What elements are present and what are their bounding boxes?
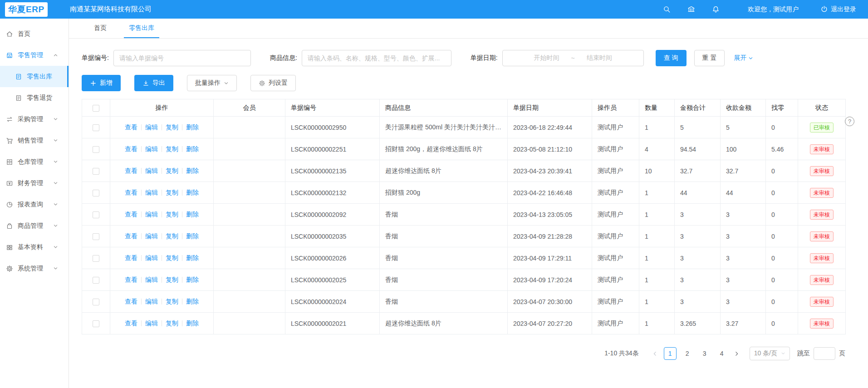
row-checkbox[interactable]: [93, 146, 99, 153]
platform-icon[interactable]: [687, 5, 695, 13]
product-info-input[interactable]: [302, 50, 451, 66]
reset-button[interactable]: 重 置: [694, 50, 725, 66]
row-action-delete[interactable]: 删除: [186, 189, 199, 196]
order-no-input[interactable]: [113, 50, 251, 66]
cell-change: 5.46: [766, 138, 798, 160]
chevron-down-icon: [53, 159, 58, 164]
row-action-copy[interactable]: 复制: [166, 232, 178, 240]
sidebar-item-sales[interactable]: 销售管理: [0, 130, 69, 151]
page-size-select[interactable]: 10 条/页: [750, 347, 790, 360]
row-action-edit[interactable]: 编辑: [145, 211, 158, 218]
page-button-2[interactable]: 2: [681, 347, 694, 360]
sidebar-item-warehouse[interactable]: 仓库管理: [0, 151, 69, 172]
action-separator: [141, 320, 142, 326]
user-menu[interactable]: 欢迎您，测试用户: [748, 5, 799, 14]
help-icon[interactable]: ?: [845, 117, 854, 126]
notification-bell-icon[interactable]: [712, 5, 720, 13]
page-button-1[interactable]: 1: [664, 347, 677, 360]
row-action-copy[interactable]: 复制: [166, 298, 178, 305]
expand-link[interactable]: 展开: [734, 54, 753, 62]
sidebar-item-retail[interactable]: 零售管理: [0, 44, 69, 66]
jump-page-input[interactable]: [814, 347, 835, 360]
row-action-edit[interactable]: 编辑: [145, 319, 158, 327]
row-action-copy[interactable]: 复制: [166, 319, 178, 327]
page-button-3[interactable]: 3: [698, 347, 711, 360]
row-action-edit[interactable]: 编辑: [145, 254, 158, 261]
sidebar-item-goods[interactable]: 商品管理: [0, 215, 69, 236]
row-action-edit[interactable]: 编辑: [145, 145, 158, 152]
row-checkbox[interactable]: [93, 190, 99, 196]
row-action-view[interactable]: 查看: [125, 232, 137, 240]
sidebar-item-home[interactable]: 首页: [0, 23, 69, 44]
row-action-delete[interactable]: 删除: [186, 145, 199, 152]
tab-retail-out[interactable]: 零售出库: [124, 19, 159, 38]
row-action-copy[interactable]: 复制: [166, 167, 178, 174]
cell-order_no: LSCK00000002092: [285, 204, 380, 226]
row-action-view[interactable]: 查看: [125, 167, 137, 174]
status-badge: 未审核: [810, 210, 834, 220]
row-action-delete[interactable]: 删除: [186, 232, 199, 240]
cell-date: 2023-04-09 17:20:24: [508, 269, 592, 291]
row-action-edit[interactable]: 编辑: [145, 276, 158, 283]
row-checkbox[interactable]: [93, 211, 99, 218]
row-action-copy[interactable]: 复制: [166, 189, 178, 196]
row-action-delete[interactable]: 删除: [186, 276, 199, 283]
cell-status: 未审核: [798, 182, 846, 204]
sidebar-item-purchase[interactable]: 采购管理: [0, 108, 69, 130]
add-button[interactable]: 新增: [82, 75, 121, 91]
row-action-copy[interactable]: 复制: [166, 254, 178, 261]
row-action-delete[interactable]: 删除: [186, 123, 199, 131]
row-action-view[interactable]: 查看: [125, 276, 137, 283]
row-action-edit[interactable]: 编辑: [145, 298, 158, 305]
row-action-edit[interactable]: 编辑: [145, 189, 158, 196]
cell-order_no: LSCK00000002132: [285, 182, 380, 204]
row-action-copy[interactable]: 复制: [166, 211, 178, 218]
row-action-delete[interactable]: 删除: [186, 167, 199, 174]
row-action-copy[interactable]: 复制: [166, 276, 178, 283]
sidebar-item-retail-out[interactable]: 零售出库: [0, 66, 69, 87]
row-action-view[interactable]: 查看: [125, 254, 137, 261]
row-action-view[interactable]: 查看: [125, 123, 137, 131]
row-checkbox[interactable]: [93, 124, 99, 131]
row-action-delete[interactable]: 删除: [186, 211, 199, 218]
search-icon[interactable]: [663, 5, 671, 13]
prev-page-button[interactable]: [649, 347, 662, 360]
row-checkbox[interactable]: [93, 233, 99, 240]
page-button-4[interactable]: 4: [716, 347, 728, 360]
sidebar-item-finance[interactable]: 财务管理: [0, 172, 69, 194]
row-action-delete[interactable]: 删除: [186, 319, 199, 327]
row-checkbox[interactable]: [93, 168, 99, 175]
export-button[interactable]: 导出: [134, 75, 173, 91]
sidebar-item-basic[interactable]: 基本资料: [0, 236, 69, 258]
sidebar-item-report[interactable]: 报表查询: [0, 194, 69, 215]
tab-home[interactable]: 首页: [89, 19, 112, 38]
row-action-copy[interactable]: 复制: [166, 145, 178, 152]
column-settings-button[interactable]: 列设置: [250, 75, 296, 91]
row-checkbox[interactable]: [93, 277, 99, 284]
logout-button[interactable]: 退出登录: [820, 5, 856, 14]
date-range-picker[interactable]: 开始时间 ~ 结束时间: [502, 50, 644, 66]
row-action-view[interactable]: 查看: [125, 211, 137, 218]
row-action-edit[interactable]: 编辑: [145, 232, 158, 240]
col-header-operator: 操作员: [592, 99, 639, 117]
sidebar-item-retail-return[interactable]: 零售退货: [0, 87, 69, 108]
row-action-view[interactable]: 查看: [125, 319, 137, 327]
next-page-button[interactable]: [731, 347, 743, 360]
pagination-total: 1-10 共34条: [604, 349, 638, 358]
select-all-checkbox[interactable]: [93, 105, 99, 112]
row-action-view[interactable]: 查看: [125, 298, 137, 305]
row-action-delete[interactable]: 删除: [186, 298, 199, 305]
row-action-delete[interactable]: 删除: [186, 254, 199, 261]
row-checkbox[interactable]: [93, 320, 99, 327]
row-action-edit[interactable]: 编辑: [145, 167, 158, 174]
row-action-view[interactable]: 查看: [125, 189, 137, 196]
col-header-status: 状态: [798, 99, 846, 117]
row-action-edit[interactable]: 编辑: [145, 123, 158, 131]
sidebar-item-system[interactable]: 系统管理: [0, 258, 69, 279]
row-action-view[interactable]: 查看: [125, 145, 137, 152]
batch-operations-button[interactable]: 批量操作: [187, 75, 237, 91]
row-action-copy[interactable]: 复制: [166, 123, 178, 131]
row-checkbox[interactable]: [93, 299, 99, 305]
row-checkbox[interactable]: [93, 255, 99, 262]
search-button[interactable]: 查 询: [656, 50, 687, 66]
